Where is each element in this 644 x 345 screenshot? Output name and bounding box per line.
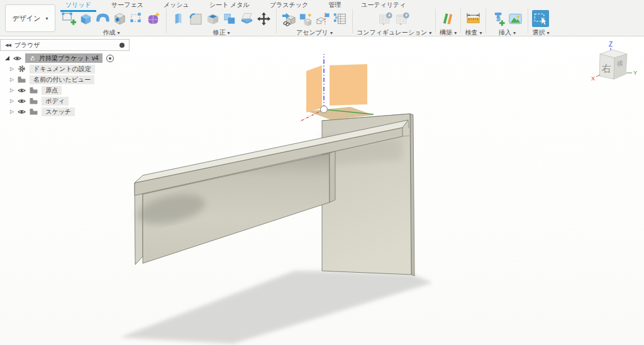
as-built-joint-button[interactable]: [314, 10, 331, 27]
expand-closed-icon[interactable]: ▷: [10, 67, 14, 72]
folder-icon: [30, 97, 38, 104]
extrude-icon: [78, 11, 94, 27]
fusion-window: デザイン ソリッド サーフェス メッシュ シート メタル プラスチック 管理 ユ…: [0, 0, 644, 345]
group-construct: 構築: [438, 8, 458, 38]
tree-item-label: ボディ: [42, 97, 69, 106]
select-button[interactable]: [532, 10, 549, 27]
group-modify: 修正: [169, 8, 274, 38]
revolve-button[interactable]: [94, 10, 111, 27]
expand-closed-icon[interactable]: ▷: [10, 88, 14, 93]
construct-plane-icon: [440, 11, 456, 27]
display-settings-icon[interactable]: [119, 43, 125, 48]
toolbar-separator: [435, 9, 436, 33]
root-component[interactable]: 片持梁ブラケット v4: [25, 53, 103, 63]
viewcube-y-label[interactable]: Y: [633, 70, 637, 76]
browser-panel: ◀◀ ブラウザ 片持梁ブラケット v4: [0, 39, 130, 117]
expand-closed-icon[interactable]: ▷: [10, 99, 14, 104]
browser-tree: 片持梁ブラケット v4 ▷ ドキュメントの設定 ▷ 名前の: [0, 51, 130, 117]
browser-header: ◀◀ ブラウザ: [0, 39, 130, 51]
group-inspect: 検査: [464, 8, 483, 38]
collapse-panel-icon[interactable]: ◀◀: [5, 43, 11, 48]
numbering-button[interactable]: [331, 10, 348, 27]
viewcube-side-label[interactable]: 後: [617, 59, 623, 67]
combine-icon: [222, 11, 238, 27]
insert-fastener-icon: [491, 11, 506, 27]
viewcube-x-label[interactable]: X: [591, 75, 595, 82]
tree-item-label: ドキュメントの設定: [30, 65, 95, 74]
tree-row-sketches[interactable]: ▷ スケッチ: [0, 106, 130, 117]
split-body-button[interactable]: [238, 10, 255, 27]
toolbar-separator: [166, 9, 167, 33]
new-component-button[interactable]: [280, 10, 297, 27]
shell-button[interactable]: [204, 10, 221, 27]
configuration-table-button[interactable]: [394, 10, 411, 27]
tree-row-origin[interactable]: ▷ 原点: [0, 85, 130, 96]
tree-row-named-views[interactable]: ▷ 名前の付いたビュー: [0, 74, 130, 85]
group-select-label[interactable]: 選択: [532, 28, 549, 37]
viewcube-z-label[interactable]: Z: [609, 41, 613, 48]
revolve-icon: [95, 11, 111, 27]
move-icon: [256, 11, 272, 27]
folder-icon: [18, 76, 26, 83]
combine-button[interactable]: [221, 10, 238, 27]
tree-item-label: 原点: [42, 86, 62, 95]
gear-icon: [18, 65, 26, 73]
hole-icon: [112, 11, 128, 27]
expand-closed-icon[interactable]: ▷: [10, 109, 14, 114]
configuration-button[interactable]: [377, 10, 394, 27]
viewcube[interactable]: Z 右 後 X Y: [577, 36, 643, 94]
visibility-eye-icon[interactable]: [18, 87, 26, 94]
workspace-label: デザイン: [12, 14, 40, 23]
move-button[interactable]: [255, 10, 272, 27]
construct-plane-button[interactable]: [440, 10, 457, 27]
fillet-button[interactable]: [187, 10, 204, 27]
browser-root-row[interactable]: 片持梁ブラケット v4: [0, 53, 130, 63]
ribbon-icons: 作成: [59, 8, 550, 36]
joint-icon: [298, 11, 314, 27]
origin-point[interactable]: [321, 106, 328, 113]
insert-image-icon: [508, 11, 523, 27]
viewcube-front-label[interactable]: 右: [601, 63, 611, 74]
insert-fastener-button[interactable]: [490, 10, 507, 27]
toolbar-separator: [276, 9, 277, 33]
ground-shadow: [119, 271, 433, 344]
form-icon: [146, 11, 162, 27]
workspace-selector[interactable]: デザイン: [5, 4, 55, 32]
group-configure-label[interactable]: コンフィギュレーション: [357, 28, 431, 37]
hole-button[interactable]: [111, 10, 128, 27]
tree-row-document-settings[interactable]: ▷ ドキュメントの設定: [0, 63, 130, 74]
beam-web-end[interactable]: [330, 151, 335, 202]
group-modify-label[interactable]: 修正: [213, 28, 230, 37]
joint-button[interactable]: [297, 10, 314, 27]
expand-closed-icon[interactable]: ▷: [10, 77, 14, 82]
yz-plane[interactable]: [330, 64, 367, 106]
rectangular-pattern-button[interactable]: [128, 10, 145, 27]
measure-button[interactable]: [465, 10, 482, 27]
tree-item-label: 名前の付いたビュー: [30, 75, 94, 84]
group-inspect-label[interactable]: 検査: [465, 28, 482, 37]
form-button[interactable]: [145, 10, 162, 27]
visibility-eye-icon[interactable]: [13, 55, 21, 62]
expand-open-icon[interactable]: [5, 56, 9, 60]
viewcube-side-face[interactable]: [614, 54, 627, 79]
tree-item-label: スケッチ: [42, 107, 75, 116]
activate-component-radio[interactable]: [106, 55, 114, 62]
create-sketch-button[interactable]: [60, 10, 77, 27]
group-insert-label[interactable]: 挿入: [499, 28, 516, 37]
group-configure: コンフィギュレーション: [355, 8, 433, 38]
press-pull-button[interactable]: [170, 10, 187, 27]
configuration-table-icon: [395, 11, 411, 27]
group-create-label[interactable]: 作成: [103, 28, 119, 37]
folder-icon: [30, 87, 38, 94]
extrude-button[interactable]: [77, 10, 94, 27]
visibility-eye-icon[interactable]: [18, 109, 26, 115]
group-assemble-label[interactable]: アセンブリ: [296, 28, 333, 37]
insert-image-button[interactable]: [507, 10, 524, 27]
select-icon: [533, 11, 548, 27]
visibility-eye-icon[interactable]: [18, 98, 26, 104]
group-insert: 挿入: [489, 8, 525, 38]
xz-plane[interactable]: [306, 65, 322, 112]
group-construct-label[interactable]: 構築: [440, 28, 457, 37]
tree-row-bodies[interactable]: ▷ ボディ: [0, 96, 130, 106]
group-create: 作成: [59, 8, 164, 38]
